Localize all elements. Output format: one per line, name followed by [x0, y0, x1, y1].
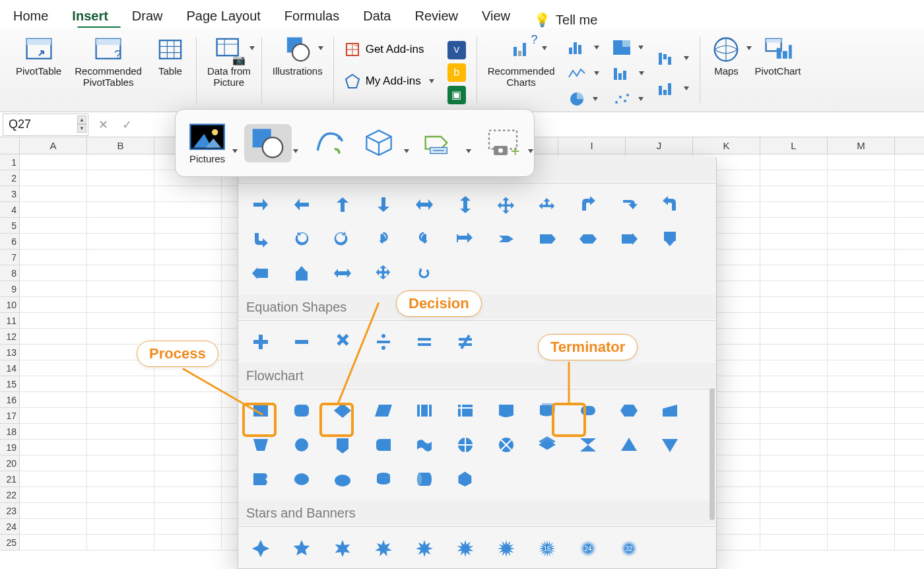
shapes-caret[interactable]	[293, 149, 298, 153]
shape-arrow-chevron[interactable]	[576, 227, 600, 251]
cell[interactable]	[154, 455, 222, 471]
tab-data[interactable]: Data	[363, 9, 391, 28]
shape-arrow-right[interactable]	[249, 193, 273, 217]
shape-flowchart-or[interactable]	[494, 433, 518, 457]
cell[interactable]	[20, 360, 87, 376]
row-header[interactable]: 20	[0, 455, 20, 471]
cell[interactable]	[760, 392, 828, 407]
cell[interactable]	[87, 313, 154, 328]
cell[interactable]	[20, 297, 87, 312]
tab-home[interactable]: Home	[13, 9, 48, 28]
statistic-chart-button[interactable]	[612, 65, 631, 81]
cancel-entry-button[interactable]: ✕	[91, 114, 115, 136]
cell[interactable]	[828, 424, 895, 439]
shape-arrow-left[interactable]	[290, 193, 314, 217]
shape-star-12[interactable]	[494, 536, 518, 560]
shape-arrow-uturn-down-mirror[interactable]	[412, 227, 436, 251]
cell[interactable]	[87, 202, 154, 217]
cell[interactable]	[87, 297, 154, 312]
cell[interactable]	[760, 519, 828, 534]
row-header[interactable]: 12	[0, 329, 20, 345]
cell[interactable]	[87, 503, 154, 518]
cell[interactable]	[154, 234, 222, 249]
confirm-entry-button[interactable]: ✓	[115, 114, 139, 136]
cell[interactable]	[87, 170, 154, 185]
shape-flowchart-stored-data[interactable]	[249, 467, 273, 491]
cell[interactable]	[20, 265, 87, 281]
screenshot-menu-item[interactable]: +	[479, 124, 527, 162]
shape-flowchart-extract[interactable]	[617, 433, 641, 457]
shape-arrow-up[interactable]	[331, 193, 354, 217]
cell[interactable]	[154, 202, 222, 217]
tab-view[interactable]: View	[482, 9, 510, 28]
cell[interactable]	[828, 360, 895, 376]
shape-star-16[interactable]: 16	[535, 536, 559, 560]
screenshot-caret[interactable]	[528, 149, 533, 153]
cell[interactable]	[828, 234, 895, 249]
cell[interactable]	[154, 519, 222, 534]
shape-arrow-uturn-down[interactable]	[372, 227, 395, 251]
column-header[interactable]: K	[693, 137, 760, 154]
pictures-menu-item[interactable]: Pictures	[183, 117, 231, 168]
cell[interactable]	[828, 471, 895, 486]
cell[interactable]	[760, 376, 828, 391]
shape-arrow-pentagon[interactable]	[535, 227, 559, 251]
cell[interactable]	[154, 218, 222, 233]
shape-flowchart-display[interactable]	[453, 467, 477, 491]
cell[interactable]	[760, 440, 828, 455]
cell[interactable]	[828, 250, 895, 265]
cell[interactable]	[828, 440, 895, 455]
cell[interactable]	[20, 408, 87, 423]
shape-arrow-callout-quad[interactable]	[372, 261, 395, 285]
shape-star-8[interactable]	[412, 536, 436, 560]
shape-divide[interactable]	[372, 330, 395, 354]
cell[interactable]	[828, 170, 895, 185]
cell[interactable]	[20, 487, 87, 502]
cell[interactable]	[20, 218, 87, 233]
cell[interactable]	[20, 535, 87, 550]
shape-star-32[interactable]: 32	[617, 536, 641, 560]
smartart-caret[interactable]	[466, 149, 471, 153]
shape-star-24[interactable]: 24	[576, 536, 600, 560]
row-header[interactable]: 18	[0, 424, 20, 440]
smartart-menu-item[interactable]	[417, 124, 465, 162]
cell[interactable]	[154, 313, 222, 328]
cell[interactable]	[154, 424, 222, 439]
shape-arrow-bent-up[interactable]	[249, 227, 273, 251]
shape-arrow-callout-down[interactable]	[658, 227, 682, 251]
shape-star-4[interactable]	[249, 536, 273, 560]
cell[interactable]	[154, 281, 222, 296]
pivotchart-button[interactable]: PivotChart	[754, 34, 801, 77]
cell[interactable]	[20, 186, 87, 201]
row-header[interactable]: 1	[0, 154, 20, 170]
cell[interactable]	[20, 313, 87, 328]
combo-chart-button[interactable]	[657, 81, 676, 96]
get-addins-button[interactable]: Get Add-ins	[345, 38, 424, 61]
shape-arrow-bent-right[interactable]	[576, 193, 600, 217]
shape-arrow-quad[interactable]	[494, 193, 518, 217]
cell[interactable]	[87, 471, 154, 486]
cell[interactable]	[760, 329, 828, 344]
shape-flowchart-magnetic-disk[interactable]	[372, 467, 395, 491]
cell[interactable]	[828, 202, 895, 217]
cell[interactable]	[20, 440, 87, 455]
cell[interactable]	[20, 345, 87, 360]
cell[interactable]	[760, 154, 828, 170]
hierarchy-chart-button[interactable]	[613, 40, 630, 55]
cell[interactable]	[20, 471, 87, 486]
cell[interactable]	[154, 392, 222, 407]
shape-flowchart-manual-input[interactable]	[658, 399, 682, 422]
cell[interactable]	[87, 440, 154, 455]
name-box-stepper[interactable]: ▲▼	[77, 116, 86, 133]
shape-flowchart-punched-tape[interactable]	[412, 433, 436, 457]
row-header[interactable]: 25	[0, 535, 20, 551]
pictures-caret[interactable]	[232, 149, 238, 153]
shape-flowchart-sequential-access[interactable]	[331, 467, 354, 491]
tab-draw[interactable]: Draw	[132, 9, 163, 28]
cell[interactable]	[828, 297, 895, 312]
shape-flowchart-data[interactable]	[372, 399, 395, 422]
cell[interactable]	[87, 376, 154, 391]
cell[interactable]	[760, 535, 828, 550]
cell[interactable]	[20, 202, 87, 217]
cell[interactable]	[154, 535, 222, 550]
